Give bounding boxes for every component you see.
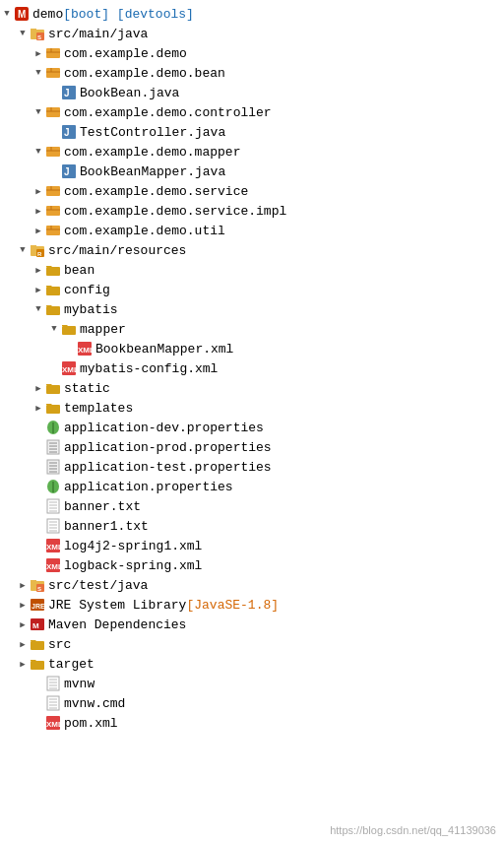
folder-plain-icon xyxy=(45,301,61,317)
expand-arrow[interactable] xyxy=(32,285,45,295)
tree-item-label: src/main/java xyxy=(48,27,148,41)
svg-marker-52 xyxy=(46,404,52,405)
project-tree: Mdemo [boot] [devtools]Ssrc/main/javacom… xyxy=(0,0,504,737)
collapse-arrow[interactable] xyxy=(32,304,45,314)
folder-res-icon: R xyxy=(30,242,45,258)
folder-plain-icon xyxy=(45,400,61,416)
jre-icon: JRE xyxy=(30,597,45,613)
svg-text:XML: XML xyxy=(46,562,61,571)
tree-item-config-folder[interactable]: config xyxy=(0,280,504,299)
expand-arrow[interactable] xyxy=(32,206,45,217)
tree-item-log4j2-spring1.xml[interactable]: XMLlog4j2-spring1.xml xyxy=(0,536,504,555)
collapse-arrow[interactable] xyxy=(0,9,14,19)
svg-text:XML: XML xyxy=(46,543,61,552)
tree-item-application-test.properties[interactable]: application-test.properties xyxy=(0,457,504,477)
expand-arrow[interactable] xyxy=(16,659,30,670)
tree-item-BookBeanMapper.java[interactable]: JBookBeanMapper.java xyxy=(0,162,504,181)
tree-item-BookbeanMapper.xml[interactable]: XMLBookbeanMapper.xml xyxy=(0,339,504,358)
svg-rect-34 xyxy=(31,245,36,248)
svg-text:J: J xyxy=(64,166,70,177)
tree-item-TestController.java[interactable]: JTestController.java xyxy=(0,122,504,142)
svg-rect-89 xyxy=(31,641,44,650)
properties-green-icon xyxy=(45,420,61,435)
tree-item-banner1.txt[interactable]: banner1.txt xyxy=(0,516,504,536)
collapse-arrow[interactable] xyxy=(32,107,45,117)
tree-item-application-prod.properties[interactable]: application-prod.properties xyxy=(0,437,504,457)
collapse-arrow[interactable] xyxy=(32,68,45,78)
tree-item-com.example.demo.bean[interactable]: com.example.demo.bean xyxy=(0,63,504,83)
tree-item-com.example.demo.service[interactable]: com.example.demo.service xyxy=(0,181,504,201)
tree-item-logback-spring.xml[interactable]: XMLlogback-spring.xml xyxy=(0,555,504,575)
svg-rect-49 xyxy=(46,385,60,394)
tree-item-bean-folder[interactable]: bean xyxy=(0,260,504,280)
tree-item-src-main-java[interactable]: Ssrc/main/java xyxy=(0,24,504,43)
tree-item-templates-folder[interactable]: templates xyxy=(0,398,504,418)
collapse-arrow[interactable] xyxy=(16,245,30,255)
tree-item-mvnw.cmd[interactable]: mvnw.cmd xyxy=(0,693,504,713)
svg-rect-41 xyxy=(46,306,60,315)
tree-item-label: config xyxy=(64,283,110,297)
expand-arrow[interactable] xyxy=(16,619,30,630)
tree-item-mybatis-config.xml[interactable]: XMLmybatis-config.xml xyxy=(0,358,504,378)
expand-arrow[interactable] xyxy=(32,186,45,197)
tree-item-com.example.demo.mapper[interactable]: com.example.demo.mapper xyxy=(0,142,504,162)
tree-item-BookBean.java[interactable]: JBookBean.java xyxy=(0,83,504,102)
tree-item-label: log4j2-spring1.xml xyxy=(64,539,202,553)
tree-item-com.example.demo.util[interactable]: com.example.demo.util xyxy=(0,221,504,240)
svg-rect-27 xyxy=(46,206,60,216)
expand-arrow[interactable] xyxy=(32,265,45,276)
tree-item-application-dev.properties[interactable]: application-dev.properties xyxy=(0,418,504,437)
tree-item-com.example.demo.controller[interactable]: com.example.demo.controller xyxy=(0,102,504,122)
xml-icon: XML xyxy=(77,341,93,357)
tree-item-src-test-java[interactable]: Ssrc/test/java xyxy=(0,575,504,595)
tree-item-mapper-folder[interactable]: mapper xyxy=(0,319,504,339)
tree-item-pom.xml[interactable]: XMLpom.xml xyxy=(0,713,504,733)
tree-item-target[interactable]: target xyxy=(0,654,504,674)
svg-rect-82 xyxy=(31,580,36,583)
expand-arrow[interactable] xyxy=(32,383,45,394)
tree-item-label: demo xyxy=(32,7,63,22)
expand-arrow[interactable] xyxy=(16,600,30,611)
tree-item-label: application-test.properties xyxy=(64,460,272,475)
collapse-arrow[interactable] xyxy=(47,324,61,334)
svg-text:J: J xyxy=(64,127,70,138)
package-icon xyxy=(45,65,61,81)
collapse-arrow[interactable] xyxy=(16,29,30,38)
xml-icon: XML xyxy=(45,538,61,553)
tree-item-label: com.example.demo.service.impl xyxy=(64,204,286,219)
tree-item-static-folder[interactable]: static xyxy=(0,378,504,398)
tree-item-src[interactable]: src xyxy=(0,634,504,654)
tree-item-src-main-resources[interactable]: Rsrc/main/resources xyxy=(0,240,504,260)
svg-text:J: J xyxy=(64,88,70,98)
expand-arrow[interactable] xyxy=(32,403,45,414)
tree-item-com.example.demo[interactable]: com.example.demo xyxy=(0,43,504,63)
tree-item-mvnw[interactable]: mvnw xyxy=(0,674,504,693)
expand-arrow[interactable] xyxy=(32,226,45,236)
tree-item-extra: [JavaSE-1.8] xyxy=(186,598,279,613)
package-icon xyxy=(45,203,61,219)
svg-marker-42 xyxy=(46,305,52,306)
text-plain-icon xyxy=(45,695,61,711)
tree-item-jre-system-library[interactable]: JREJRE System Library [JavaSE-1.8] xyxy=(0,595,504,615)
tree-item-label: JRE System Library xyxy=(48,598,186,613)
svg-text:R: R xyxy=(37,251,42,257)
package-icon xyxy=(45,144,61,160)
expand-arrow[interactable] xyxy=(16,639,30,650)
svg-rect-37 xyxy=(46,267,60,276)
tree-item-mybatis-folder[interactable]: mybatis xyxy=(0,299,504,319)
expand-arrow[interactable] xyxy=(32,48,45,59)
svg-rect-3 xyxy=(31,29,36,32)
svg-rect-51 xyxy=(46,405,60,414)
package-icon xyxy=(45,104,61,120)
tree-item-demo[interactable]: Mdemo [boot] [devtools] xyxy=(0,4,504,24)
tree-item-maven-dependencies[interactable]: MMaven Dependencies xyxy=(0,615,504,634)
java-icon: J xyxy=(61,163,77,179)
maven-icon: M xyxy=(14,6,30,22)
collapse-arrow[interactable] xyxy=(32,147,45,157)
svg-rect-39 xyxy=(46,287,60,295)
tree-item-label: application.properties xyxy=(64,480,233,494)
tree-item-application.properties[interactable]: application.properties xyxy=(0,477,504,496)
tree-item-banner.txt[interactable]: banner.txt xyxy=(0,496,504,516)
expand-arrow[interactable] xyxy=(16,580,30,591)
tree-item-com.example.demo.service.impl[interactable]: com.example.demo.service.impl xyxy=(0,201,504,221)
